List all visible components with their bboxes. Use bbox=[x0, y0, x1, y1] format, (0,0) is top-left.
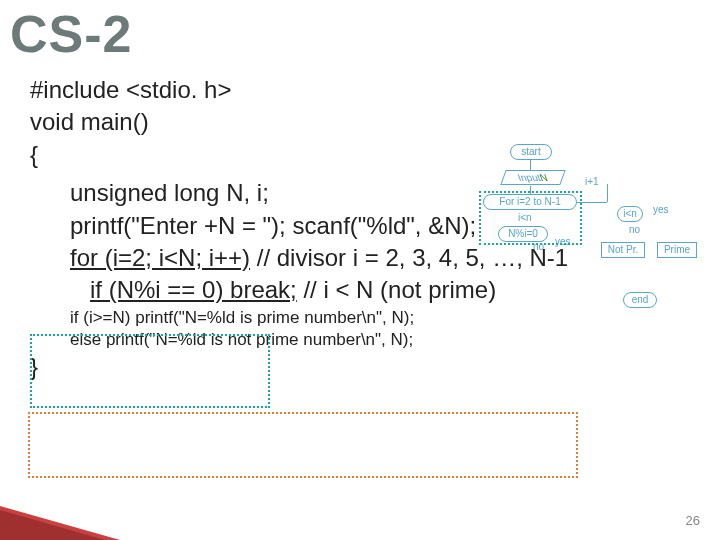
code-l1: #include <stdio. h> bbox=[30, 74, 700, 106]
flow-prime: Prime bbox=[657, 242, 697, 258]
flow-loop: For i=2 to N-1 bbox=[483, 194, 577, 210]
corner-decoration-2 bbox=[0, 510, 105, 540]
box-if-else bbox=[28, 412, 578, 478]
code-l2: void main() bbox=[30, 106, 700, 138]
flow-d3: i<n bbox=[617, 206, 643, 222]
flow-inc: i+1 bbox=[585, 176, 599, 187]
code-l8: if (i>=N) printf("N=%ld is prime number\… bbox=[30, 307, 700, 329]
code-l9: else printf("N=%ld is not prime number\n… bbox=[30, 329, 700, 351]
page-number: 26 bbox=[686, 513, 700, 528]
flow-d2: N%i=0 bbox=[498, 226, 548, 242]
flow-notpr: Not Pr. bbox=[601, 242, 645, 258]
flow-end: end bbox=[623, 292, 657, 308]
flow-input: Input N bbox=[500, 170, 565, 185]
content-area: start Input N For i=2 to N-1 i+1 i<n N%i… bbox=[0, 64, 720, 383]
flow-yes2: yes bbox=[653, 204, 669, 215]
flow-d1: i<n bbox=[518, 212, 532, 223]
code-l10: } bbox=[30, 351, 700, 383]
flow-no2: no bbox=[629, 224, 640, 235]
flow-no1: no bbox=[533, 241, 544, 252]
flowchart: start Input N For i=2 to N-1 i+1 i<n N%i… bbox=[395, 144, 705, 304]
slide-title: CS-2 bbox=[0, 0, 720, 64]
flow-start: start bbox=[510, 144, 552, 160]
flow-yes1: yes bbox=[555, 236, 571, 247]
